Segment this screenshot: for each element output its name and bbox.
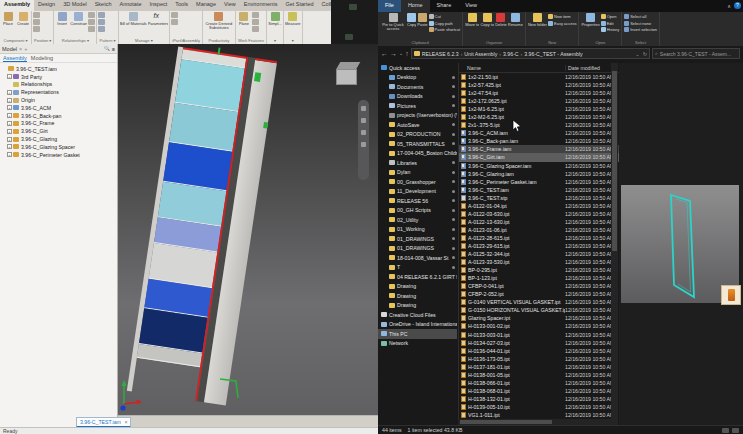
ribbon-button-pin-to-quick-access[interactable]: Pin to Quick access [380, 13, 406, 32]
file-row[interactable]: 3.96-C_Back-pan.iam12/16/2019 10:50 AM [459, 137, 619, 145]
file-row[interactable]: A-0122-03-630.ipt12/16/2019 10:50 AM [459, 210, 619, 218]
viewcube[interactable] [336, 62, 359, 86]
nav-item-01-working[interactable]: 01_Working [378, 225, 457, 235]
nav-item-t[interactable]: T [378, 263, 457, 273]
ribbon-button-delete[interactable]: Delete [495, 13, 507, 27]
file-row[interactable]: 1x2-57.425.ipt12/16/2019 10:50 AM [459, 81, 619, 89]
browser-add-tab-button[interactable]: + [24, 46, 27, 52]
ribbon-button-simpl-[interactable]: Simpl... [268, 12, 282, 26]
document-tab-close-icon[interactable]: × [124, 419, 127, 425]
tree-item-representations[interactable]: +Representations [2, 88, 117, 96]
nav-item-02-production[interactable]: 02_PRODUCTION [378, 130, 457, 140]
file-row[interactable]: 3.96-C_Glazing.iam12/16/2019 10:50 AM [459, 170, 619, 178]
tree-item-3-96-c-frame[interactable]: +3.96-C_Frame [2, 120, 117, 128]
ribbon-button-plane[interactable]: Plane [237, 12, 251, 26]
navigation-bar[interactable] [358, 100, 369, 180]
file-row[interactable]: Glazing Spacer.ipt12/16/2019 10:50 AM [459, 314, 619, 322]
nav-item-release-56[interactable]: RELEASE 56 [378, 196, 457, 206]
file-row[interactable]: 3.96-C_Girt.iam12/16/2019 10:50 AM [459, 153, 619, 161]
ribbon-small-button-cut[interactable]: Cut [429, 14, 461, 19]
ribbon-small-button[interactable] [88, 26, 95, 32]
history-dropdown-icon[interactable]: ⌄ [399, 51, 403, 56]
nav-item-drawing[interactable]: Drawing [378, 291, 457, 301]
nav-item-pictures[interactable]: Pictures [378, 101, 457, 111]
inventor-tab-sketch[interactable]: Sketch [91, 0, 116, 11]
ribbon-small-button-invert-selection[interactable]: Invert selection [624, 27, 657, 32]
inventor-tab-3d-model[interactable]: 3D Model [59, 0, 91, 11]
file-row[interactable]: CFBP-2-052.ipt12/16/2019 10:50 AM [459, 290, 619, 298]
nav-item-autosave[interactable]: AutoSave [378, 120, 457, 130]
browser-close-icon[interactable]: × [19, 46, 22, 52]
tree-expander-icon[interactable]: + [7, 90, 12, 95]
inventor-tab-design[interactable]: Design [34, 0, 59, 11]
nav-item-creative-cloud-files[interactable]: Creative Cloud Files [378, 310, 457, 320]
zoom-icon[interactable] [361, 118, 366, 123]
ribbon-small-button[interactable] [252, 12, 259, 18]
ribbon-small-button[interactable] [171, 12, 178, 18]
inventor-tab-inspect[interactable]: Inspect [146, 0, 172, 11]
tree-item-3-96-c-acm[interactable]: +3.96-C_ACM [2, 104, 117, 112]
tree-item-3-96-c-test-iam[interactable]: 3.96-C_TEST.iam [2, 65, 117, 73]
pan-icon[interactable] [361, 106, 366, 111]
explorer-tab-view[interactable]: View [458, 0, 484, 12]
refresh-icon[interactable]: ↻ [643, 51, 647, 57]
nav-item-this-pc[interactable]: This PC [378, 329, 457, 339]
column-header-date[interactable]: Date modified [565, 65, 613, 71]
inventor-tab-assembly[interactable]: Assembly [0, 0, 34, 11]
file-row[interactable]: 3.96-C_Frame.iam12/16/2019 10:50 AM [459, 145, 619, 153]
ribbon-small-button-history[interactable]: History [601, 27, 619, 32]
nav-item-04-release-6-2-1-girt-members[interactable]: 04 RELEASE 6.2.1 GIRT MEMBERS [378, 272, 457, 282]
ribbon-small-button-paste-shortcut[interactable]: Paste shortcut [429, 27, 461, 32]
ribbon-button-properties[interactable]: Properties [581, 13, 599, 27]
model-assembly-3d[interactable] [127, 47, 277, 406]
nav-item-desktop[interactable]: Desktop [378, 73, 457, 83]
nav-item-onedrive-island-international-inc[interactable]: OneDrive - Island International Inc [378, 320, 457, 330]
inventor-tab-manage[interactable]: Manage [192, 0, 220, 11]
explorer-tab-share[interactable]: Share [430, 0, 459, 12]
file-row[interactable]: 3.96-C_Glazing Spacer.iam12/16/2019 10:5… [459, 162, 619, 170]
search-input[interactable]: ⌕ Search 3.96-C_TEST - Assem... [652, 48, 740, 59]
explorer-tab-home[interactable]: Home [401, 0, 430, 12]
browser-search-icon[interactable]: 🔍 [104, 46, 110, 52]
file-row[interactable]: H-0138-132-01.ipt12/16/2019 10:50 AM [459, 395, 619, 403]
ribbon-button-copy[interactable]: Copy [407, 13, 416, 27]
nav-item-17-004-045-boston-children-s[interactable]: 17-004-045_Boston Children's [378, 149, 457, 159]
inventor-tab-get-started[interactable]: Get Started [281, 0, 317, 11]
browser-view-tab-assembly[interactable]: Assembly [3, 55, 27, 62]
ribbon-button-place[interactable]: Place [1, 12, 15, 26]
breadcrumb-segment-3[interactable]: 3.96-C_TEST - Assembly [524, 51, 582, 57]
tree-expander-icon[interactable]: + [7, 113, 12, 118]
tree-expander-icon[interactable]: + [7, 129, 12, 134]
ribbon-small-button[interactable] [98, 26, 105, 32]
file-row[interactable]: H-0134-027-03.ipt12/16/2019 10:50 AM [459, 339, 619, 347]
file-list-vertical-scrollbar[interactable] [611, 63, 618, 419]
file-row[interactable]: BP-0-295.ipt12/16/2019 10:50 AM [459, 266, 619, 274]
tree-item-3rd-party[interactable]: +3rd Party [2, 73, 117, 81]
file-row[interactable]: A-0122-13-630.ipt12/16/2019 10:50 AM [459, 218, 619, 226]
file-row[interactable]: H-0137-181-01.ipt12/16/2019 10:50 AM [459, 363, 619, 371]
breadcrumb-segment-2[interactable]: 3.96-C [503, 51, 519, 57]
look-at-icon[interactable] [361, 142, 366, 147]
file-row[interactable]: H-0133-001-02.ipt12/16/2019 10:50 AM [459, 322, 619, 330]
file-row[interactable]: 3.96-C_TEST.iam12/16/2019 10:50 AM [459, 186, 619, 194]
explorer-tab-file[interactable]: File [378, 0, 401, 12]
file-row[interactable]: VG1.1-011.ipt12/16/2019 10:50 AM [459, 411, 619, 419]
ribbon-small-button[interactable] [33, 12, 40, 18]
file-row[interactable]: H-0133-003-01.ipt12/16/2019 10:50 AM [459, 331, 619, 339]
file-row[interactable]: H-0138-068-01.ipt12/16/2019 10:50 AM [459, 387, 619, 395]
inventor-tab-annotate[interactable]: Annotate [116, 0, 146, 11]
breadcrumb[interactable]: RELEASE 6.2.3›Unit Assembly›3.96-C›3.96-… [411, 48, 650, 59]
ribbon-small-button[interactable] [171, 19, 178, 25]
ribbon-button-copy-to[interactable]: Copy to [480, 13, 494, 27]
nav-item-downloads[interactable]: Downloads [378, 92, 457, 102]
ribbon-small-button-copy-path[interactable]: Copy path [429, 21, 461, 26]
tree-expander-icon[interactable]: + [7, 98, 12, 103]
ribbon-small-button[interactable] [98, 12, 105, 18]
ribbon-small-button-select-all[interactable]: Select all [624, 14, 657, 19]
nav-item-network[interactable]: Network [378, 339, 457, 349]
ribbon-small-button-easy-access[interactable]: Easy access [548, 21, 576, 26]
nav-item-quick-access[interactable]: Quick access [378, 63, 457, 73]
ribbon-button-bill-of-materials[interactable]: Bill of Materials [120, 12, 147, 26]
nav-item-projects-serverboston-v-[interactable]: projects (\\serverboston) (V:) [378, 111, 457, 121]
nav-item-00-gh-scripts[interactable]: 00_GH Scripts [378, 206, 457, 216]
